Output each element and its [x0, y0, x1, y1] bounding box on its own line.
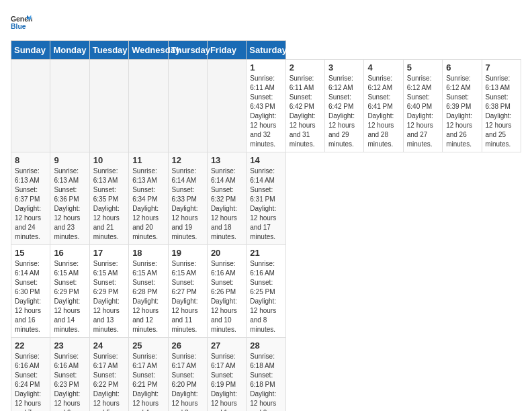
empty-cell: [168, 60, 207, 152]
col-header-friday: Friday: [207, 41, 246, 60]
day-cell-16: 16 Sunrise: 6:15 AMSunset: 6:29 PMDaylig…: [50, 245, 89, 338]
day-number: 12: [172, 155, 204, 165]
day-cell-2: 2 Sunrise: 6:11 AMSunset: 6:42 PMDayligh…: [285, 60, 324, 152]
day-number: 24: [93, 340, 125, 351]
day-cell-17: 17 Sunrise: 6:15 AMSunset: 6:29 PMDaylig…: [89, 245, 128, 338]
day-number: 15: [15, 248, 46, 258]
day-cell-3: 3 Sunrise: 6:12 AMSunset: 6:42 PMDayligh…: [325, 60, 364, 152]
day-cell-1: 1 Sunrise: 6:11 AMSunset: 6:43 PMDayligh…: [247, 60, 285, 152]
day-number: 8: [15, 155, 46, 165]
day-number: 23: [54, 340, 85, 351]
day-cell-27: 27 Sunrise: 6:17 AMSunset: 6:19 PMDaylig…: [207, 338, 246, 412]
day-info: Sunrise: 6:17 AMSunset: 6:19 PMDaylight:…: [211, 352, 242, 411]
day-info: Sunrise: 6:17 AMSunset: 6:22 PMDaylight:…: [93, 352, 125, 411]
empty-cell: [129, 60, 168, 152]
day-number: 19: [172, 248, 204, 258]
week-row-3: 15 Sunrise: 6:14 AMSunset: 6:30 PMDaylig…: [11, 245, 521, 338]
day-cell-26: 26 Sunrise: 6:17 AMSunset: 6:20 PMDaylig…: [168, 338, 207, 412]
col-header-wednesday: Wednesday: [129, 41, 168, 60]
day-number: 4: [367, 62, 399, 73]
day-cell-4: 4 Sunrise: 6:12 AMSunset: 6:41 PMDayligh…: [364, 60, 403, 152]
day-info: Sunrise: 6:14 AMSunset: 6:33 PMDaylight:…: [172, 167, 204, 242]
day-info: Sunrise: 6:12 AMSunset: 6:40 PMDaylight:…: [407, 74, 439, 149]
col-header-tuesday: Tuesday: [89, 41, 128, 60]
day-number: 21: [250, 248, 281, 258]
day-number: 10: [93, 155, 125, 165]
day-cell-22: 22 Sunrise: 6:16 AMSunset: 6:24 PMDaylig…: [11, 338, 50, 412]
page-header: General Blue: [11, 11, 521, 32]
day-info: Sunrise: 6:13 AMSunset: 6:37 PMDaylight:…: [15, 167, 46, 242]
day-info: Sunrise: 6:16 AMSunset: 6:25 PMDaylight:…: [250, 259, 281, 334]
day-number: 7: [486, 62, 518, 73]
day-number: 16: [54, 248, 85, 258]
day-number: 28: [250, 340, 281, 351]
empty-cell: [11, 60, 50, 152]
col-header-saturday: Saturday: [247, 41, 285, 60]
logo-icon: General Blue: [11, 11, 32, 32]
day-cell-21: 21 Sunrise: 6:16 AMSunset: 6:25 PMDaylig…: [247, 245, 285, 338]
empty-cell: [207, 60, 246, 152]
day-info: Sunrise: 6:15 AMSunset: 6:29 PMDaylight:…: [54, 259, 85, 334]
day-cell-19: 19 Sunrise: 6:15 AMSunset: 6:27 PMDaylig…: [168, 245, 207, 338]
day-number: 11: [132, 155, 164, 165]
day-info: Sunrise: 6:17 AMSunset: 6:20 PMDaylight:…: [172, 352, 204, 411]
day-number: 27: [211, 340, 242, 351]
day-info: Sunrise: 6:13 AMSunset: 6:34 PMDaylight:…: [132, 167, 164, 242]
day-number: 9: [54, 155, 85, 165]
day-number: 14: [250, 155, 281, 165]
day-info: Sunrise: 6:16 AMSunset: 6:26 PMDaylight:…: [211, 259, 242, 334]
day-cell-24: 24 Sunrise: 6:17 AMSunset: 6:22 PMDaylig…: [89, 338, 128, 412]
day-info: Sunrise: 6:13 AMSunset: 6:35 PMDaylight:…: [93, 167, 125, 242]
day-cell-20: 20 Sunrise: 6:16 AMSunset: 6:26 PMDaylig…: [207, 245, 246, 338]
day-cell-8: 8 Sunrise: 6:13 AMSunset: 6:37 PMDayligh…: [11, 152, 50, 245]
day-info: Sunrise: 6:13 AMSunset: 6:38 PMDaylight:…: [486, 74, 518, 149]
calendar-table: SundayMondayTuesdayWednesdayThursdayFrid…: [11, 40, 521, 411]
day-number: 22: [15, 340, 46, 351]
day-cell-23: 23 Sunrise: 6:16 AMSunset: 6:23 PMDaylig…: [50, 338, 89, 412]
day-number: 6: [446, 62, 478, 73]
day-info: Sunrise: 6:18 AMSunset: 6:18 PMDaylight:…: [250, 352, 281, 411]
day-info: Sunrise: 6:14 AMSunset: 6:32 PMDaylight:…: [211, 167, 242, 242]
day-info: Sunrise: 6:15 AMSunset: 6:28 PMDaylight:…: [132, 259, 164, 334]
day-number: 3: [328, 62, 360, 73]
day-number: 20: [211, 248, 242, 258]
day-cell-6: 6 Sunrise: 6:12 AMSunset: 6:39 PMDayligh…: [443, 60, 482, 152]
day-number: 25: [132, 340, 164, 351]
day-info: Sunrise: 6:14 AMSunset: 6:30 PMDaylight:…: [15, 259, 46, 334]
day-info: Sunrise: 6:12 AMSunset: 6:41 PMDaylight:…: [367, 74, 399, 149]
day-cell-14: 14 Sunrise: 6:14 AMSunset: 6:31 PMDaylig…: [247, 152, 285, 245]
empty-cell: [89, 60, 128, 152]
logo: General Blue: [11, 11, 32, 32]
week-row-4: 22 Sunrise: 6:16 AMSunset: 6:24 PMDaylig…: [11, 338, 521, 412]
day-info: Sunrise: 6:15 AMSunset: 6:27 PMDaylight:…: [172, 259, 204, 334]
day-info: Sunrise: 6:12 AMSunset: 6:42 PMDaylight:…: [328, 74, 360, 149]
day-cell-28: 28 Sunrise: 6:18 AMSunset: 6:18 PMDaylig…: [247, 338, 285, 412]
day-cell-12: 12 Sunrise: 6:14 AMSunset: 6:33 PMDaylig…: [168, 152, 207, 245]
day-number: 1: [250, 62, 281, 73]
day-number: 2: [290, 62, 321, 73]
day-info: Sunrise: 6:11 AMSunset: 6:42 PMDaylight:…: [290, 74, 321, 149]
day-info: Sunrise: 6:12 AMSunset: 6:39 PMDaylight:…: [446, 74, 478, 149]
day-cell-11: 11 Sunrise: 6:13 AMSunset: 6:34 PMDaylig…: [129, 152, 168, 245]
day-cell-25: 25 Sunrise: 6:17 AMSunset: 6:21 PMDaylig…: [129, 338, 168, 412]
day-info: Sunrise: 6:16 AMSunset: 6:24 PMDaylight:…: [15, 352, 46, 411]
col-header-monday: Monday: [50, 41, 89, 60]
day-number: 13: [211, 155, 242, 165]
day-cell-18: 18 Sunrise: 6:15 AMSunset: 6:28 PMDaylig…: [129, 245, 168, 338]
day-info: Sunrise: 6:11 AMSunset: 6:43 PMDaylight:…: [250, 74, 281, 149]
col-header-sunday: Sunday: [11, 41, 50, 60]
week-row-2: 8 Sunrise: 6:13 AMSunset: 6:37 PMDayligh…: [11, 152, 521, 245]
day-number: 26: [172, 340, 204, 351]
day-info: Sunrise: 6:17 AMSunset: 6:21 PMDaylight:…: [132, 352, 164, 411]
day-cell-15: 15 Sunrise: 6:14 AMSunset: 6:30 PMDaylig…: [11, 245, 50, 338]
day-cell-9: 9 Sunrise: 6:13 AMSunset: 6:36 PMDayligh…: [50, 152, 89, 245]
day-cell-10: 10 Sunrise: 6:13 AMSunset: 6:35 PMDaylig…: [89, 152, 128, 245]
empty-cell: [50, 60, 89, 152]
col-header-thursday: Thursday: [168, 41, 207, 60]
day-number: 18: [132, 248, 164, 258]
day-cell-13: 13 Sunrise: 6:14 AMSunset: 6:32 PMDaylig…: [207, 152, 246, 245]
day-cell-5: 5 Sunrise: 6:12 AMSunset: 6:40 PMDayligh…: [403, 60, 442, 152]
day-info: Sunrise: 6:14 AMSunset: 6:31 PMDaylight:…: [250, 167, 281, 242]
day-info: Sunrise: 6:13 AMSunset: 6:36 PMDaylight:…: [54, 167, 85, 242]
day-info: Sunrise: 6:16 AMSunset: 6:23 PMDaylight:…: [54, 352, 85, 411]
